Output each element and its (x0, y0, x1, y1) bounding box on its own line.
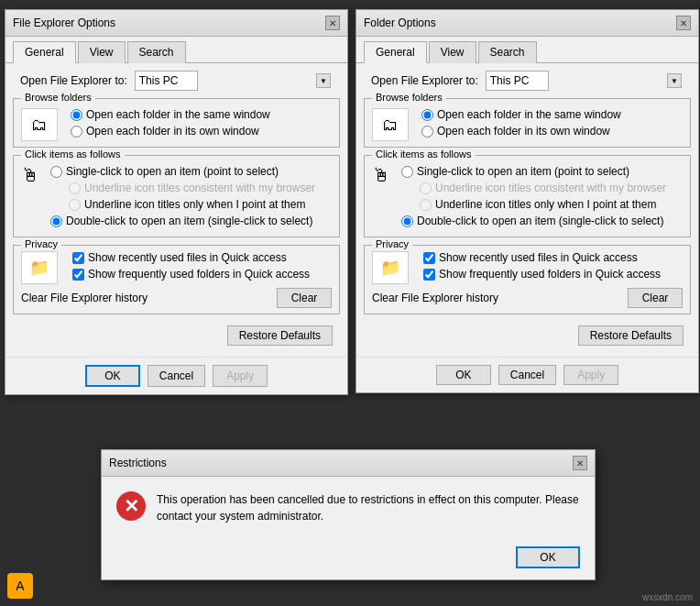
dialog2-click-items-icon: 🖱 (372, 165, 390, 186)
underline-browser-label: Underline icon titles consistent with my… (69, 182, 315, 194)
restrictions-body: ✕ This operation has been cancelled due … (102, 477, 595, 539)
dialog2-frequent-folders-label[interactable]: Show frequently used folders in Quick ac… (423, 268, 661, 281)
dialog1-content: Open File Explorer to: This PC ▼ Browse … (5, 63, 347, 357)
recent-files-label[interactable]: Show recently used files in Quick access (72, 251, 287, 264)
dialog2-browse-folders-icon: 🗂 (372, 108, 409, 141)
privacy-icon: 📁 (21, 251, 58, 284)
double-click-radio[interactable] (50, 215, 62, 227)
dialog2-title-bar: Folder Options ✕ (356, 10, 698, 37)
dialog1-tab-search[interactable]: Search (127, 41, 186, 63)
dialog2-privacy-group: Privacy 📁 Show recently used files in Qu… (364, 245, 691, 314)
dialog2-single-click-radio[interactable] (401, 166, 413, 178)
appuals-logo: A (7, 573, 33, 599)
restrictions-buttons: OK (102, 539, 595, 579)
click-items-options: Single-click to open an item (point to s… (50, 165, 332, 231)
dialog2-dropdown-wrapper: This PC ▼ (486, 71, 684, 91)
dialog2-double-click-label[interactable]: Double-click to open an item (single-cli… (401, 215, 663, 227)
dialog2-underline-point-row: Underline icon titles only when I point … (420, 198, 683, 211)
dialog1-close-button[interactable]: ✕ (325, 16, 340, 30)
recent-files-row: Show recently used files in Quick access (72, 251, 332, 264)
file-explorer-options-dialog: File Explorer Options ✕ General View Sea… (5, 9, 348, 395)
dialog2-tab-general[interactable]: General (364, 41, 427, 63)
open-to-label: Open File Explorer to: (20, 74, 127, 87)
browse-same-window-row: Open each folder in the same window (71, 108, 270, 121)
dialog2-clear-history-row: Clear File Explorer history Clear (372, 288, 683, 308)
dialog2-underline-browser-row: Underline icon titles consistent with my… (420, 182, 683, 194)
watermark: wxsxdn.com (642, 592, 693, 602)
dialog2-underline-browser-label: Underline icon titles consistent with my… (420, 182, 666, 194)
browse-same-window-radio[interactable] (71, 109, 82, 121)
dialog2-close-button[interactable]: ✕ (676, 16, 691, 30)
clear-button[interactable]: Clear (277, 288, 332, 308)
dialog2-recent-files-checkbox[interactable] (423, 252, 435, 264)
browse-folders-options: Open each folder in the same window Open… (71, 108, 270, 141)
browse-own-window-row: Open each folder in its own window (71, 125, 270, 138)
click-items-icon: 🖱 (21, 165, 39, 186)
privacy-title: Privacy (21, 238, 61, 249)
dialog2-click-items-title: Click items as follows (372, 149, 476, 160)
folder-options-dialog: Folder Options ✕ General View Search Ope… (355, 9, 699, 393)
dialog2-apply-button[interactable]: Apply (563, 365, 618, 385)
double-click-label[interactable]: Double-click to open an item (single-cli… (50, 215, 312, 227)
restrictions-message: This operation has been cancelled due to… (157, 491, 580, 524)
dialog2-browse-folders-title: Browse folders (372, 92, 446, 103)
dialog2-browse-same-window-row: Open each folder in the same window (421, 108, 621, 121)
click-items-group: Click items as follows 🖱 Single-click to… (13, 155, 340, 237)
restore-defaults-row: Restore Defaults (13, 322, 340, 349)
dialog2-dropdown-arrow-icon: ▼ (667, 73, 682, 88)
dialog2-browse-own-window-radio[interactable] (421, 126, 433, 138)
dialog2-privacy-icon: 📁 (372, 251, 409, 284)
dialog2-recent-files-label[interactable]: Show recently used files in Quick access (423, 251, 638, 264)
dialog2-double-click-radio[interactable] (401, 215, 413, 227)
frequent-folders-checkbox[interactable] (72, 269, 84, 281)
dialog2-tab-search[interactable]: Search (478, 41, 537, 63)
single-click-row: Single-click to open an item (point to s… (50, 165, 332, 178)
dialog2-browse-own-window-label[interactable]: Open each folder in its own window (421, 125, 610, 138)
open-to-dropdown[interactable]: This PC (135, 71, 198, 91)
dialog2-ok-button[interactable]: OK (436, 365, 491, 385)
dialog2-single-click-row: Single-click to open an item (point to s… (401, 165, 683, 178)
browse-folders-title: Browse folders (21, 92, 95, 103)
browse-folders-group: Browse folders 🗂 Open each folder in the… (13, 98, 340, 148)
dialog1-ok-button[interactable]: OK (85, 365, 140, 387)
dialog1-cancel-button[interactable]: Cancel (148, 365, 205, 387)
browse-own-window-label[interactable]: Open each folder in its own window (71, 125, 259, 138)
single-click-radio[interactable] (50, 166, 62, 178)
dialog2-frequent-folders-row: Show frequently used folders in Quick ac… (423, 268, 683, 281)
dialog2-content: Open File Explorer to: This PC ▼ Browse … (356, 63, 698, 357)
dialog2-cancel-button[interactable]: Cancel (498, 365, 556, 385)
browse-same-window-label[interactable]: Open each folder in the same window (71, 108, 270, 121)
dialog2-open-to-label: Open File Explorer to: (371, 74, 478, 87)
dialog1-apply-button[interactable]: Apply (213, 365, 268, 387)
dialog2-restore-defaults-button[interactable]: Restore Defaults (578, 325, 684, 346)
restrictions-close-button[interactable]: ✕ (573, 456, 587, 470)
recent-files-checkbox[interactable] (72, 252, 84, 264)
dialog1-title: File Explorer Options (13, 17, 115, 29)
dialog2-browse-same-window-radio[interactable] (421, 109, 433, 121)
clear-history-row: Clear File Explorer history Clear (21, 288, 332, 308)
dialog2-title: Folder Options (364, 17, 436, 29)
dialog2-clear-button[interactable]: Clear (628, 288, 683, 308)
restrictions-title: Restrictions (109, 457, 167, 469)
underline-point-label: Underline icon titles only when I point … (69, 198, 305, 211)
dialog1-tab-general[interactable]: General (13, 41, 76, 63)
error-icon: ✕ (116, 491, 146, 521)
frequent-folders-row: Show frequently used folders in Quick ac… (72, 268, 332, 281)
restrictions-ok-button[interactable]: OK (516, 546, 580, 568)
dialog2-open-to-dropdown[interactable]: This PC (486, 71, 549, 91)
privacy-group: Privacy 📁 Show recently used files in Qu… (13, 245, 340, 314)
single-click-label[interactable]: Single-click to open an item (point to s… (50, 165, 279, 178)
dialog2-tab-view[interactable]: View (429, 41, 476, 63)
browse-own-window-radio[interactable] (71, 126, 82, 138)
frequent-folders-label[interactable]: Show frequently used folders in Quick ac… (72, 268, 310, 281)
dialog2-clear-history-label: Clear File Explorer history (372, 292, 498, 304)
privacy-row: 📁 Show recently used files in Quick acce… (21, 251, 332, 284)
dialog2-browse-folders-options: Open each folder in the same window Open… (421, 108, 621, 141)
dialog2-single-click-label[interactable]: Single-click to open an item (point to s… (401, 165, 629, 178)
clear-history-label: Clear File Explorer history (21, 292, 148, 304)
double-click-row: Double-click to open an item (single-cli… (50, 215, 332, 227)
dialog2-frequent-folders-checkbox[interactable] (423, 269, 435, 281)
dialog1-tab-view[interactable]: View (78, 41, 126, 63)
restore-defaults-button[interactable]: Restore Defaults (227, 325, 333, 346)
dialog2-browse-same-window-label[interactable]: Open each folder in the same window (421, 108, 621, 121)
